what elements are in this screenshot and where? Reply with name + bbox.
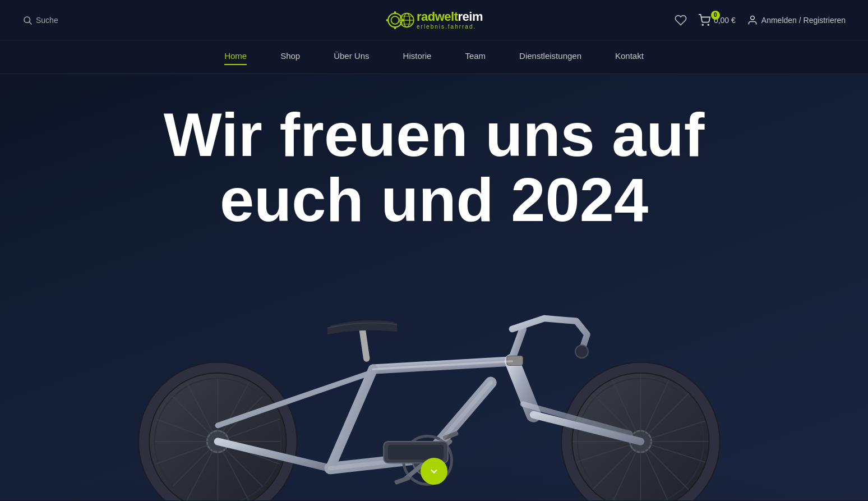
auth-button[interactable]: Anmelden / Registrieren <box>747 15 846 26</box>
wishlist-button[interactable] <box>675 14 687 26</box>
logo-text-right: reim <box>458 10 483 24</box>
cart-button[interactable]: 0 0,00 € <box>698 14 736 26</box>
svg-point-3 <box>391 16 399 24</box>
logo-icon <box>385 4 417 36</box>
logo-text: radweltreim erlebnis.fahrrad. <box>417 11 483 30</box>
hero-section: Wir freuen uns auf euch und 2024 <box>0 74 868 500</box>
svg-rect-4 <box>394 11 396 13</box>
svg-point-13 <box>702 24 703 25</box>
nav-item-dienstleistungen[interactable]: Dienstleistungen <box>519 51 581 63</box>
search-icon <box>22 15 33 25</box>
nav-item-historie[interactable]: Historie <box>403 51 432 63</box>
nav-item-kontakt[interactable]: Kontakt <box>615 51 644 63</box>
user-icon <box>747 15 758 26</box>
svg-point-15 <box>750 16 754 20</box>
auth-label: Anmelden / Registrieren <box>761 16 846 25</box>
hero-headline: Wir freuen uns auf euch und 2024 <box>141 74 727 249</box>
arrow-down-icon <box>428 466 440 477</box>
hero-headline-line2: euch und 2024 <box>220 165 648 234</box>
scroll-down-button[interactable] <box>421 458 447 485</box>
svg-point-14 <box>708 24 709 25</box>
heart-icon <box>675 14 687 26</box>
hero-headline-line1: Wir freuen uns auf <box>164 100 705 169</box>
nav-item-home[interactable]: Home <box>224 51 247 63</box>
logo-tagline: erlebnis.fahrrad. <box>417 24 483 30</box>
logo-accent-left: radwelt <box>417 10 458 24</box>
svg-rect-6 <box>386 19 389 21</box>
nav-item-team[interactable]: Team <box>465 51 486 63</box>
svg-line-1 <box>29 22 31 24</box>
search-label: Suche <box>36 16 58 25</box>
svg-point-43 <box>575 345 588 358</box>
logo[interactable]: radweltreim erlebnis.fahrrad. <box>385 4 483 36</box>
main-nav: Home Shop Über Uns Historie Team Dienstl… <box>0 40 868 74</box>
search-area[interactable]: Suche <box>22 15 58 25</box>
svg-point-0 <box>24 17 30 23</box>
site-header: Suche radweltreim erlebnis.fahrrad. <box>0 0 868 40</box>
nav-item-shop[interactable]: Shop <box>280 51 300 63</box>
cart-badge: 0 <box>711 11 720 20</box>
svg-rect-5 <box>394 26 396 29</box>
cart-icon <box>698 14 710 26</box>
nav-item-ueber-uns[interactable]: Über Uns <box>334 51 369 63</box>
header-right-actions: 0 0,00 € Anmelden / Registrieren <box>675 14 846 26</box>
